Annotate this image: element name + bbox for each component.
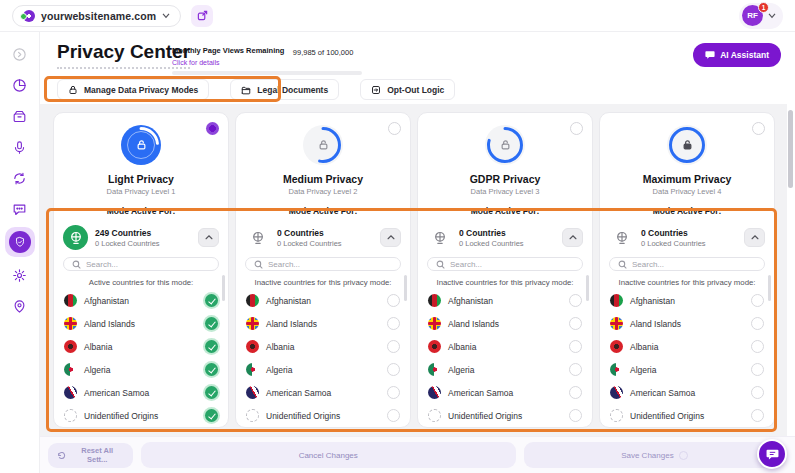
country-name: American Samoa bbox=[630, 388, 695, 398]
country-row[interactable]: Albania bbox=[236, 335, 410, 358]
list-scrollbar[interactable] bbox=[768, 275, 771, 301]
country-row[interactable]: Algeria bbox=[236, 358, 410, 381]
country-toggle[interactable] bbox=[205, 294, 218, 307]
analytics-pie-icon[interactable] bbox=[7, 72, 33, 98]
country-toggle[interactable] bbox=[387, 317, 400, 330]
country-row[interactable]: American Samoa bbox=[236, 381, 410, 404]
details-link[interactable]: Click for details bbox=[172, 59, 219, 66]
country-row[interactable]: Albania bbox=[600, 335, 774, 358]
chat-icon[interactable] bbox=[7, 196, 33, 222]
sidebar-toggle-icon[interactable] bbox=[7, 41, 33, 67]
country-toggle[interactable] bbox=[751, 409, 764, 422]
country-toggle[interactable] bbox=[569, 363, 582, 376]
mode-radio[interactable] bbox=[570, 122, 583, 135]
tab-manage-data-privacy-modes[interactable]: Manage Data Privacy Modes bbox=[57, 79, 209, 100]
tab-opt-out-logic[interactable]: Opt-Out Logic bbox=[360, 79, 455, 100]
country-toggle[interactable] bbox=[569, 340, 582, 353]
search-input[interactable] bbox=[268, 260, 392, 269]
save-changes-button[interactable]: Save Changes bbox=[524, 442, 785, 468]
user-menu[interactable]: RF 1 bbox=[739, 3, 783, 29]
country-list-header: Active countries for this mode: bbox=[54, 278, 228, 287]
privacy-shield-icon[interactable] bbox=[5, 227, 35, 257]
tab-label: Manage Data Privacy Modes bbox=[84, 85, 198, 95]
country-row[interactable]: American Samoa bbox=[600, 381, 774, 404]
country-toggle[interactable] bbox=[751, 317, 764, 330]
country-row[interactable]: Aland Islands bbox=[236, 312, 410, 335]
ai-assistant-button[interactable]: AI Assistant bbox=[693, 43, 781, 67]
country-toggle[interactable] bbox=[751, 340, 764, 353]
ai-assistant-label: AI Assistant bbox=[720, 50, 769, 60]
country-row[interactable]: Afghanistan bbox=[236, 289, 410, 312]
country-name: Algeria bbox=[448, 365, 474, 375]
archive-icon[interactable] bbox=[7, 103, 33, 129]
country-toggle[interactable] bbox=[205, 409, 218, 422]
list-scrollbar[interactable] bbox=[404, 275, 407, 301]
collapse-button[interactable] bbox=[744, 228, 765, 247]
collapse-button[interactable] bbox=[380, 228, 401, 247]
country-toggle[interactable] bbox=[205, 340, 218, 353]
search-icon bbox=[618, 260, 627, 269]
country-row[interactable]: Unidentified Origins bbox=[54, 404, 228, 427]
settings-gear-icon[interactable] bbox=[7, 262, 33, 288]
country-row[interactable]: Unidentified Origins bbox=[236, 404, 410, 427]
search-input[interactable] bbox=[450, 260, 574, 269]
country-row[interactable]: Albania bbox=[54, 335, 228, 358]
page-scrollbar-thumb[interactable] bbox=[788, 110, 793, 188]
country-row[interactable]: American Samoa bbox=[418, 381, 592, 404]
country-row[interactable]: Aland Islands bbox=[600, 312, 774, 335]
aland-islands-flag-icon bbox=[610, 317, 623, 330]
location-pin-icon[interactable] bbox=[7, 293, 33, 319]
country-toggle[interactable] bbox=[387, 363, 400, 376]
voice-icon[interactable] bbox=[7, 134, 33, 160]
list-scrollbar[interactable] bbox=[222, 275, 225, 301]
country-toggle[interactable] bbox=[205, 363, 218, 376]
country-row[interactable]: Aland Islands bbox=[418, 312, 592, 335]
country-row[interactable]: Afghanistan bbox=[54, 289, 228, 312]
sync-icon[interactable] bbox=[7, 165, 33, 191]
mode-radio[interactable] bbox=[752, 122, 765, 135]
chat-widget-button[interactable] bbox=[757, 439, 787, 469]
mode-radio[interactable] bbox=[388, 122, 401, 135]
country-row[interactable]: Aland Islands bbox=[54, 312, 228, 335]
collapse-button[interactable] bbox=[198, 228, 219, 247]
cancel-changes-button[interactable]: Cancel Changes bbox=[141, 442, 516, 468]
country-toggle[interactable] bbox=[387, 386, 400, 399]
country-toggle[interactable] bbox=[387, 294, 400, 307]
collapse-button[interactable] bbox=[562, 228, 583, 247]
country-row[interactable]: Algeria bbox=[418, 358, 592, 381]
country-toggle[interactable] bbox=[205, 317, 218, 330]
site-selector[interactable]: yourwebsitename.com bbox=[12, 5, 181, 27]
country-toggle[interactable] bbox=[751, 294, 764, 307]
country-name: Unidentified Origins bbox=[448, 411, 522, 421]
country-row[interactable]: Unidentified Origins bbox=[600, 404, 774, 427]
country-toggle[interactable] bbox=[205, 386, 218, 399]
country-toggle[interactable] bbox=[569, 409, 582, 422]
country-row[interactable]: Afghanistan bbox=[418, 289, 592, 312]
american-samoa-flag-icon bbox=[64, 386, 77, 399]
country-toggle[interactable] bbox=[569, 386, 582, 399]
site-name: yourwebsitename.com bbox=[41, 10, 156, 22]
tab-legal-documents[interactable]: Legal Documents bbox=[230, 79, 339, 100]
countries-counter: 0 Countries 0 Locked Countries bbox=[418, 225, 592, 250]
country-row[interactable]: Algeria bbox=[600, 358, 774, 381]
search-input[interactable] bbox=[632, 260, 756, 269]
open-site-button[interactable] bbox=[191, 5, 213, 27]
country-row[interactable]: Unidentified Origins bbox=[418, 404, 592, 427]
country-toggle[interactable] bbox=[387, 340, 400, 353]
country-row[interactable]: Afghanistan bbox=[600, 289, 774, 312]
country-toggle[interactable] bbox=[751, 386, 764, 399]
chevron-up-icon bbox=[751, 235, 759, 240]
reset-all-settings-button[interactable]: Reset All Sett... bbox=[48, 443, 133, 468]
list-scrollbar[interactable] bbox=[586, 275, 589, 301]
country-row[interactable]: American Samoa bbox=[54, 381, 228, 404]
country-row[interactable]: Algeria bbox=[54, 358, 228, 381]
country-toggle[interactable] bbox=[569, 317, 582, 330]
country-name: Aland Islands bbox=[448, 319, 499, 329]
mode-radio[interactable] bbox=[206, 122, 219, 135]
country-toggle[interactable] bbox=[387, 409, 400, 422]
search-input[interactable] bbox=[86, 260, 210, 269]
aland-islands-flag-icon bbox=[428, 317, 441, 330]
country-row[interactable]: Albania bbox=[418, 335, 592, 358]
country-toggle[interactable] bbox=[569, 294, 582, 307]
country-toggle[interactable] bbox=[751, 363, 764, 376]
